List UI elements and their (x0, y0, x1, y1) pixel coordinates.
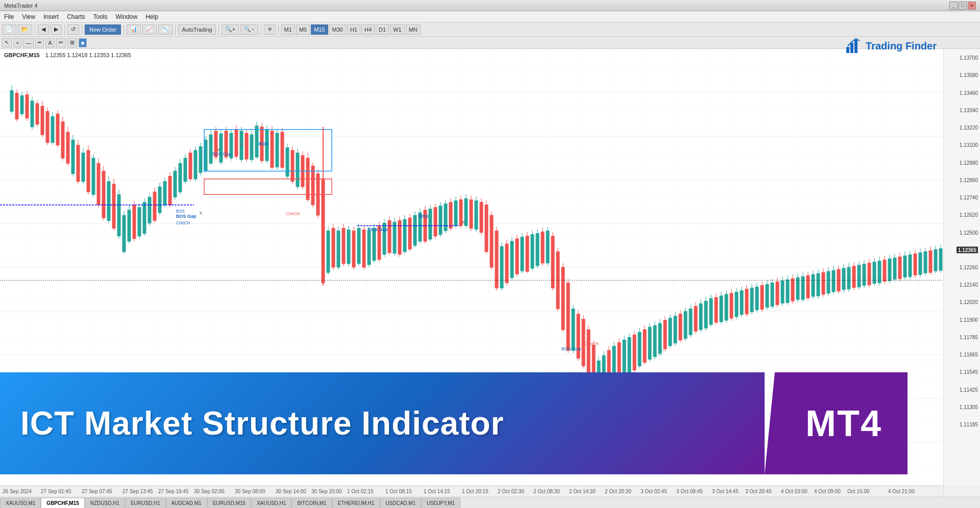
menu-bar: File View Insert Charts Tools Window Hel… (0, 11, 980, 22)
price-label-7: 1.12980 (960, 160, 978, 165)
svg-text:×: × (462, 219, 465, 226)
tf-h1[interactable]: H1 (347, 24, 360, 35)
time-label-20: 3 Oct 20:45 (745, 489, 772, 494)
text-btn[interactable]: A (45, 38, 54, 47)
cursor-btn[interactable]: ↖ (2, 38, 12, 47)
maximize-button[interactable]: □ (959, 2, 967, 10)
time-axis-filler (943, 486, 980, 497)
chart-symbol: GBPCHF,M15 1.12355 1.12418 1.12353 1.123… (4, 52, 131, 58)
time-label-24: 4 Oct 21:00 (888, 489, 915, 494)
menu-tools[interactable]: Tools (93, 13, 108, 20)
tab-xauusd-h1[interactable]: XAUUSD,H1 (251, 498, 291, 508)
tf-d1[interactable]: D1 (376, 24, 389, 35)
svg-text:CHoCH: CHoCH (584, 342, 599, 346)
toolbar-sep-4 (124, 24, 124, 35)
zoom-out-button[interactable]: 🔍− (240, 24, 258, 35)
svg-text:BOS Gap: BOS Gap (212, 151, 231, 157)
svg-text:CHoCH: CHoCH (286, 212, 300, 216)
banner-main: ICT Market Structure Indicator (0, 372, 765, 474)
price-label-20: 1.11305 (960, 404, 978, 410)
banner-mt4: MT4 (765, 372, 908, 474)
period-btn[interactable]: ⊞ (67, 38, 77, 47)
chart-btn-1[interactable]: 📊 (127, 24, 141, 35)
time-label-6: 30 Sep 08:00 (235, 489, 265, 494)
menu-charts[interactable]: Charts (67, 13, 85, 20)
tab-eurusd-m15[interactable]: EURUSD,M15 (207, 498, 251, 508)
time-label-11: 1 Oct 14:15 (424, 489, 450, 494)
tf-mn[interactable]: MN (406, 24, 421, 35)
price-label-9: 1.12740 (960, 195, 978, 200)
time-label-8: 30 Sep 20:00 (311, 489, 342, 494)
tab-usdcad-m1[interactable]: USDCAD,M1 (380, 498, 421, 508)
svg-text:BOS Gap: BOS Gap (368, 227, 388, 232)
tf-m30[interactable]: M30 (329, 24, 346, 35)
tf-m1[interactable]: M1 (281, 24, 295, 35)
chart-btn-2[interactable]: 📈 (142, 24, 157, 35)
tab-ethereum-h1[interactable]: ETHEREUM,H1 (332, 498, 380, 508)
price-label-15: 1.11900 (960, 317, 978, 322)
tab-xauusd-m1[interactable]: XAUUSD,M1 (0, 498, 41, 508)
time-label-3: 27 Sep 13:45 (122, 489, 153, 494)
menu-file[interactable]: File (4, 13, 14, 20)
tab-eurusd-h1[interactable]: EURUSD,H1 (125, 498, 166, 508)
tab-usdjpy-m1[interactable]: USDJPY,M1 (421, 498, 460, 508)
menu-help[interactable]: Help (145, 13, 158, 20)
price-label-12: 1.12260 (960, 265, 978, 270)
new-file-button[interactable]: 📄 (2, 24, 16, 35)
tf-m5[interactable]: M5 (296, 24, 310, 35)
menu-window[interactable]: Window (116, 13, 138, 20)
minimize-button[interactable]: _ (949, 2, 958, 10)
price-label-3: 1.13460 (960, 90, 978, 95)
tab-nzdusd-h1[interactable]: NZDUSD,H1 (85, 498, 125, 508)
banner-title: ICT Market Structure Indicator (20, 404, 504, 442)
tf-logo-text: Trading Finder (866, 49, 937, 52)
tab-gbpchf-m15[interactable]: GBPCHF,M15 (41, 498, 84, 508)
menu-insert[interactable]: Insert (43, 13, 59, 20)
svg-text:×: × (199, 210, 203, 217)
tab-bitcoin-m1[interactable]: BITCOIN,M1 (291, 498, 332, 508)
tf-h4[interactable]: H4 (361, 24, 375, 35)
zoom-in-button[interactable]: 🔍+ (222, 24, 239, 35)
close-button[interactable]: ✕ (968, 2, 976, 10)
crosshair-button[interactable]: ✛ (264, 24, 276, 35)
chart-btn-3[interactable]: 📉 (158, 24, 173, 35)
toolbar-sep-6 (218, 24, 219, 35)
svg-text:×: × (217, 146, 220, 154)
tf-w1[interactable]: W1 (390, 24, 405, 35)
back-button[interactable]: ◀ (38, 24, 49, 35)
toolbar-sep-2 (64, 24, 65, 35)
time-label-17: 3 Oct 02:45 (641, 489, 667, 494)
menu-view[interactable]: View (22, 13, 35, 20)
tf-m15[interactable]: M15 (311, 24, 328, 35)
main-toolbar: 📄 📂 ◀ ▶ ↺ New Order 📊 📈 📉 AutoTrading 🔍+… (0, 22, 980, 37)
hline-btn[interactable]: ━ (35, 38, 44, 47)
svg-text:BOS: BOS (176, 209, 185, 214)
banner-platform: MT4 (805, 402, 882, 444)
forward-button[interactable]: ▶ (51, 24, 62, 35)
crosshair-draw-btn[interactable]: + (13, 38, 21, 47)
svg-rect-2 (854, 49, 857, 53)
banner-overlay: ICT Market Structure Indicator MT4 (0, 372, 908, 474)
line-btn[interactable]: — (23, 38, 34, 47)
autotrading-button[interactable]: AutoTrading (178, 24, 216, 35)
color-btn[interactable]: ■ (79, 38, 87, 47)
refresh-button[interactable]: ↺ (67, 24, 79, 35)
time-label-4: 27 Sep 19:45 (158, 489, 189, 494)
time-label-9: 1 Oct 02:15 (347, 489, 374, 494)
price-label-21: 1.11185 (960, 422, 978, 427)
svg-text:BOS Gap: BOS Gap (561, 346, 581, 351)
time-label-16: 2 Oct 20:30 (605, 489, 631, 494)
svg-rect-0 (846, 49, 849, 53)
price-label-2: 1.13580 (960, 72, 978, 78)
pen-btn[interactable]: ✏ (56, 38, 66, 47)
price-label-13: 1.12140 (960, 282, 978, 288)
tab-audcad-m1[interactable]: AUDCAD,M1 (166, 498, 207, 508)
open-button[interactable]: 📂 (18, 24, 32, 35)
time-label-13: 2 Oct 02:30 (498, 489, 524, 494)
new-order-button[interactable]: New Order (85, 24, 121, 35)
trading-finder-logo: Trading Finder (845, 49, 937, 54)
price-label-16: 1.11785 (960, 334, 978, 340)
time-label-14: 2 Oct 08:30 (533, 489, 560, 494)
chart-canvas[interactable]: GBPCHF,M15 1.12355 1.12418 1.12353 1.123… (0, 49, 943, 486)
title-bar: MetaTrader 4 _ □ ✕ (0, 0, 980, 11)
